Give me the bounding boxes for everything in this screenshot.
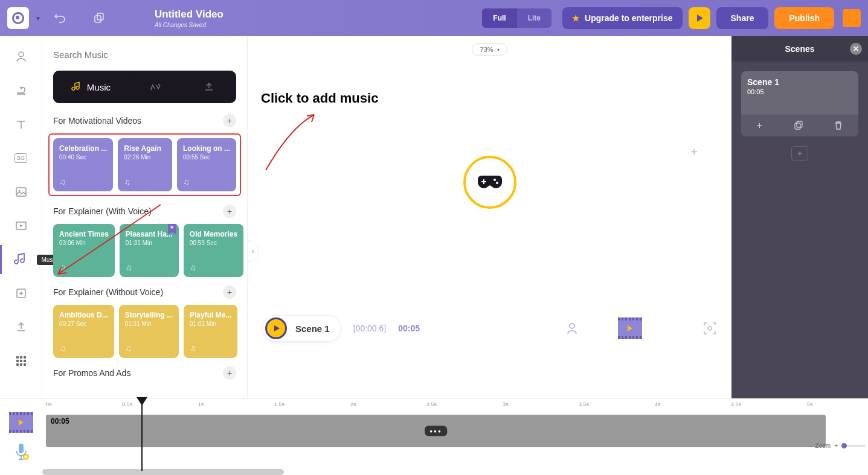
- track-name: Storytelling ...: [125, 311, 173, 319]
- track-duration: 01:31 Min: [126, 240, 173, 246]
- scene-thumbnail: Scene 1 00:05: [741, 71, 858, 115]
- music-note-icon: ♫: [126, 263, 132, 272]
- track-duration: 00:59 Sec: [190, 240, 237, 246]
- clip-handle-icon[interactable]: ●●●: [425, 426, 447, 436]
- music-note-icon: ♫: [125, 343, 132, 353]
- rail-upload-icon[interactable]: [13, 319, 30, 336]
- logo-dropdown-icon[interactable]: ▼: [35, 15, 41, 22]
- music-track-card[interactable]: Ambitious D...00:27 Sec♫: [53, 305, 114, 358]
- svg-rect-1: [97, 13, 103, 20]
- focus-tool-icon[interactable]: [702, 321, 717, 336]
- scene-card-time: 00:05: [747, 88, 852, 95]
- character-tool-icon[interactable]: [562, 319, 582, 338]
- rail-effects-icon[interactable]: [13, 285, 30, 302]
- timeline-video-icon[interactable]: [9, 412, 33, 433]
- publish-button[interactable]: Publish: [774, 7, 834, 29]
- scene-play-button[interactable]: [265, 317, 287, 339]
- upgrade-label: Upgrade to enterprise: [585, 13, 672, 23]
- tab-sound-effects[interactable]: [129, 71, 182, 103]
- timeline-clip[interactable]: 00:05 ●●●: [46, 415, 826, 447]
- rail-bg-icon[interactable]: BG: [13, 150, 30, 167]
- tab-upload-music[interactable]: [182, 71, 236, 103]
- close-icon[interactable]: ✕: [850, 43, 862, 55]
- track-name: Ancient Times: [59, 230, 109, 238]
- svg-point-7: [151, 89, 152, 90]
- search-input[interactable]: [53, 43, 236, 66]
- ruler-mark: 4s: [655, 401, 661, 407]
- horizontal-scrollbar[interactable]: [42, 469, 284, 475]
- zoom-dropdown[interactable]: 73%: [472, 43, 507, 56]
- app-logo[interactable]: [7, 7, 29, 29]
- music-note-icon: ♫: [59, 177, 66, 186]
- zoom-out-icon[interactable]: -: [809, 442, 811, 449]
- category-expand-icon[interactable]: +: [223, 114, 236, 127]
- category-title: For Motivational Videos: [53, 116, 141, 126]
- video-title[interactable]: Untitled Video: [155, 8, 223, 21]
- clip-label: 00:05: [51, 417, 69, 426]
- add-scene-icon[interactable]: +: [687, 145, 701, 159]
- rail-props-icon[interactable]: [13, 82, 30, 99]
- top-bar: ▼ Untitled Video All Changes Saved Full …: [0, 0, 868, 36]
- scenes-panel: Scenes ✕ Scene 1 00:05 + +: [731, 36, 868, 398]
- track-name: Pleasant Ha...: [126, 230, 173, 238]
- scene-card-name: Scene 1: [747, 77, 852, 87]
- scene-duplicate-icon[interactable]: [794, 121, 803, 130]
- music-note-icon: ♫: [190, 263, 196, 272]
- rail-apps-icon[interactable]: [13, 352, 30, 369]
- user-avatar[interactable]: [843, 9, 861, 27]
- add-scene-button[interactable]: +: [791, 146, 808, 161]
- copy-icon[interactable]: [91, 10, 108, 27]
- rail-character-icon[interactable]: [13, 48, 30, 65]
- music-track-card[interactable]: Old Memories00:59 Sec♫: [184, 224, 243, 277]
- playhead[interactable]: [137, 397, 147, 471]
- rail-music-icon[interactable]: Music: [13, 251, 30, 268]
- music-note-icon: ♫: [190, 343, 196, 353]
- music-track-card[interactable]: Looking on ...00:55 Sec♫: [177, 138, 236, 191]
- scene-delete-icon[interactable]: [834, 121, 843, 130]
- scene-add-icon[interactable]: +: [757, 120, 762, 131]
- category-title: For Explainer (Without Voice): [53, 287, 163, 297]
- scene-actions: +: [741, 115, 858, 136]
- canvas[interactable]: [272, 68, 707, 297]
- mode-lite[interactable]: Lite: [517, 8, 551, 28]
- timeline-main[interactable]: 0s0.5s1s1.5s2s2.5s3s3.5s4s4.5s5s 00:05 ●…: [42, 399, 868, 475]
- collapse-panel-icon[interactable]: ‹: [247, 240, 259, 262]
- category-expand-icon[interactable]: +: [223, 285, 236, 299]
- category-expand-icon[interactable]: +: [223, 205, 236, 218]
- share-button[interactable]: Share: [716, 7, 769, 29]
- track-name: Looking on ...: [183, 144, 230, 153]
- left-rail: BG Music: [0, 36, 42, 398]
- film-tool-icon[interactable]: [618, 317, 642, 339]
- svg-point-4: [18, 190, 20, 192]
- rail-text-icon[interactable]: [13, 116, 30, 133]
- undo-icon[interactable]: [52, 10, 69, 27]
- zoom-in-icon[interactable]: +: [834, 442, 838, 449]
- mode-toggle[interactable]: Full Lite: [482, 8, 551, 28]
- timeline-mic-icon[interactable]: [13, 442, 30, 462]
- upgrade-button[interactable]: ★ Upgrade to enterprise: [562, 7, 682, 29]
- zoom-slider[interactable]: [841, 445, 866, 447]
- music-track-card[interactable]: Celebration ...00:40 Sec♫: [53, 138, 113, 191]
- music-track-card[interactable]: Playful Me...01:01 Min♫: [184, 305, 237, 358]
- track-duration: 00:40 Sec: [59, 154, 107, 161]
- mode-full[interactable]: Full: [482, 8, 516, 28]
- music-track-card[interactable]: Storytelling ...01:31 Min♫: [119, 305, 179, 358]
- preview-play-button[interactable]: [689, 7, 710, 29]
- ruler-mark: 1.5s: [274, 401, 285, 407]
- track-duration: 00:27 Sec: [59, 320, 108, 327]
- rail-video-icon[interactable]: [13, 217, 30, 234]
- scenes-title: Scenes: [785, 44, 814, 54]
- category-title: For Promos And Ads: [53, 368, 130, 378]
- tab-music[interactable]: Music: [53, 71, 129, 103]
- rail-image-icon[interactable]: [13, 183, 30, 200]
- svg-point-2: [19, 52, 24, 57]
- music-track-card[interactable]: Rise Again02:26 Min♫: [118, 138, 172, 191]
- music-track-card[interactable]: Ancient Times03:06 Min♫: [53, 224, 115, 277]
- ruler-mark: 3.5s: [579, 401, 589, 407]
- timeline: 0s0.5s1s1.5s2s2.5s3s3.5s4s4.5s5s 00:05 ●…: [0, 398, 868, 475]
- category-expand-icon[interactable]: +: [223, 366, 236, 380]
- music-track-card[interactable]: Pleasant Ha...01:31 Min♫: [120, 224, 179, 277]
- scene-card[interactable]: Scene 1 00:05 +: [741, 71, 858, 136]
- save-status: All Changes Saved: [155, 22, 223, 28]
- ruler-mark: 0.5s: [122, 401, 132, 407]
